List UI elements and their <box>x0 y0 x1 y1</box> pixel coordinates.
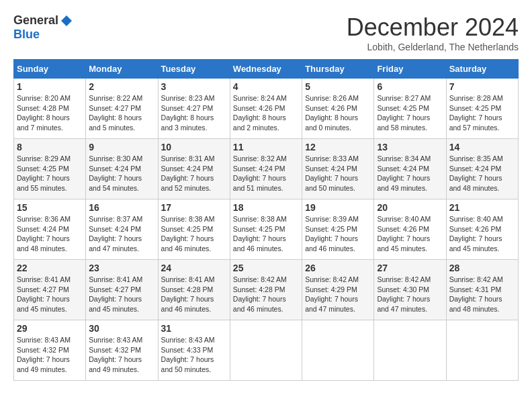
day-cell: 8 Sunrise: 8:29 AM Sunset: 4:25 PM Dayli… <box>14 139 86 199</box>
logo-general: General <box>13 13 58 28</box>
day-number: 5 <box>305 81 371 92</box>
day-info: Sunrise: 8:35 AM Sunset: 4:24 PM Dayligh… <box>449 154 515 193</box>
day-number: 12 <box>305 142 371 152</box>
day-cell: 19 Sunrise: 8:39 AM Sunset: 4:25 PM Dayl… <box>302 199 374 260</box>
day-number: 21 <box>449 202 515 213</box>
day-cell <box>230 320 302 381</box>
week-row-3: 15 Sunrise: 8:36 AM Sunset: 4:24 PM Dayl… <box>14 199 519 260</box>
day-number: 22 <box>17 263 83 273</box>
day-number: 3 <box>161 81 227 92</box>
day-number: 14 <box>449 142 515 152</box>
day-cell: 15 Sunrise: 8:36 AM Sunset: 4:24 PM Dayl… <box>14 199 86 260</box>
day-cell: 4 Sunrise: 8:24 AM Sunset: 4:26 PM Dayli… <box>230 79 302 139</box>
day-cell: 13 Sunrise: 8:34 AM Sunset: 4:24 PM Dayl… <box>374 139 446 199</box>
day-number: 13 <box>377 142 443 152</box>
page-header: General Blue December 2024 Lobith, Gelde… <box>13 13 519 52</box>
week-row-5: 29 Sunrise: 8:43 AM Sunset: 4:32 PM Dayl… <box>14 320 519 381</box>
day-number: 7 <box>449 81 515 92</box>
day-number: 8 <box>17 142 83 152</box>
day-info: Sunrise: 8:23 AM Sunset: 4:27 PM Dayligh… <box>161 93 227 133</box>
day-cell <box>446 320 518 381</box>
day-number: 28 <box>449 263 515 273</box>
day-number: 30 <box>89 323 154 334</box>
logo-blue: Blue <box>13 28 40 42</box>
day-cell: 1 Sunrise: 8:20 AM Sunset: 4:28 PM Dayli… <box>14 79 86 139</box>
day-info: Sunrise: 8:26 AM Sunset: 4:26 PM Dayligh… <box>305 93 371 133</box>
day-info: Sunrise: 8:20 AM Sunset: 4:28 PM Dayligh… <box>17 93 83 133</box>
day-cell: 7 Sunrise: 8:28 AM Sunset: 4:25 PM Dayli… <box>446 79 518 139</box>
day-cell: 18 Sunrise: 8:38 AM Sunset: 4:25 PM Dayl… <box>230 199 302 260</box>
day-cell: 29 Sunrise: 8:43 AM Sunset: 4:32 PM Dayl… <box>14 320 86 381</box>
header-wednesday: Wednesday <box>230 60 302 79</box>
day-info: Sunrise: 8:38 AM Sunset: 4:25 PM Dayligh… <box>161 214 227 254</box>
day-info: Sunrise: 8:28 AM Sunset: 4:25 PM Dayligh… <box>449 93 515 133</box>
day-cell: 23 Sunrise: 8:41 AM Sunset: 4:27 PM Dayl… <box>86 260 158 320</box>
day-number: 20 <box>377 202 443 213</box>
day-number: 2 <box>89 81 154 92</box>
logo: General Blue <box>13 13 73 42</box>
week-row-1: 1 Sunrise: 8:20 AM Sunset: 4:28 PM Dayli… <box>14 79 519 139</box>
day-info: Sunrise: 8:41 AM Sunset: 4:27 PM Dayligh… <box>89 275 154 314</box>
week-row-4: 22 Sunrise: 8:41 AM Sunset: 4:27 PM Dayl… <box>14 260 519 320</box>
day-info: Sunrise: 8:27 AM Sunset: 4:25 PM Dayligh… <box>377 93 443 133</box>
day-info: Sunrise: 8:36 AM Sunset: 4:24 PM Dayligh… <box>17 214 83 254</box>
day-number: 6 <box>377 81 443 92</box>
day-cell: 11 Sunrise: 8:32 AM Sunset: 4:24 PM Dayl… <box>230 139 302 199</box>
day-cell <box>302 320 374 381</box>
day-info: Sunrise: 8:41 AM Sunset: 4:27 PM Dayligh… <box>17 275 83 314</box>
day-info: Sunrise: 8:33 AM Sunset: 4:24 PM Dayligh… <box>305 154 371 193</box>
header-saturday: Saturday <box>446 60 518 79</box>
day-number: 27 <box>377 263 443 273</box>
location: Lobith, Gelderland, The Netherlands <box>347 42 519 52</box>
header-monday: Monday <box>86 60 158 79</box>
day-cell: 17 Sunrise: 8:38 AM Sunset: 4:25 PM Dayl… <box>158 199 230 260</box>
day-info: Sunrise: 8:29 AM Sunset: 4:25 PM Dayligh… <box>17 154 83 193</box>
day-number: 26 <box>305 263 371 273</box>
day-info: Sunrise: 8:37 AM Sunset: 4:24 PM Dayligh… <box>89 214 154 254</box>
day-info: Sunrise: 8:40 AM Sunset: 4:26 PM Dayligh… <box>449 214 515 254</box>
day-cell: 16 Sunrise: 8:37 AM Sunset: 4:24 PM Dayl… <box>86 199 158 260</box>
day-info: Sunrise: 8:41 AM Sunset: 4:28 PM Dayligh… <box>161 275 227 314</box>
day-cell <box>374 320 446 381</box>
day-number: 15 <box>17 202 83 213</box>
day-cell: 12 Sunrise: 8:33 AM Sunset: 4:24 PM Dayl… <box>302 139 374 199</box>
day-info: Sunrise: 8:43 AM Sunset: 4:32 PM Dayligh… <box>17 335 83 375</box>
day-number: 11 <box>233 142 299 152</box>
day-cell: 31 Sunrise: 8:43 AM Sunset: 4:33 PM Dayl… <box>158 320 230 381</box>
day-info: Sunrise: 8:38 AM Sunset: 4:25 PM Dayligh… <box>233 214 299 254</box>
day-info: Sunrise: 8:43 AM Sunset: 4:33 PM Dayligh… <box>161 335 227 375</box>
svg-marker-0 <box>61 15 72 26</box>
day-number: 9 <box>89 142 154 152</box>
day-info: Sunrise: 8:40 AM Sunset: 4:26 PM Dayligh… <box>377 214 443 254</box>
header-thursday: Thursday <box>302 60 374 79</box>
day-number: 4 <box>233 81 299 92</box>
day-cell: 22 Sunrise: 8:41 AM Sunset: 4:27 PM Dayl… <box>14 260 86 320</box>
logo-icon <box>60 14 73 28</box>
day-cell: 27 Sunrise: 8:42 AM Sunset: 4:30 PM Dayl… <box>374 260 446 320</box>
day-number: 17 <box>161 202 227 213</box>
calendar: SundayMondayTuesdayWednesdayThursdayFrid… <box>13 59 519 381</box>
day-info: Sunrise: 8:30 AM Sunset: 4:24 PM Dayligh… <box>89 154 154 193</box>
day-info: Sunrise: 8:31 AM Sunset: 4:24 PM Dayligh… <box>161 154 227 193</box>
day-number: 29 <box>17 323 83 334</box>
day-cell: 30 Sunrise: 8:43 AM Sunset: 4:32 PM Dayl… <box>86 320 158 381</box>
week-row-2: 8 Sunrise: 8:29 AM Sunset: 4:25 PM Dayli… <box>14 139 519 199</box>
day-number: 31 <box>161 323 227 334</box>
header-sunday: Sunday <box>14 60 86 79</box>
day-cell: 25 Sunrise: 8:42 AM Sunset: 4:28 PM Dayl… <box>230 260 302 320</box>
day-info: Sunrise: 8:43 AM Sunset: 4:32 PM Dayligh… <box>89 335 154 375</box>
day-cell: 14 Sunrise: 8:35 AM Sunset: 4:24 PM Dayl… <box>446 139 518 199</box>
header-tuesday: Tuesday <box>158 60 230 79</box>
day-number: 24 <box>161 263 227 273</box>
day-cell: 24 Sunrise: 8:41 AM Sunset: 4:28 PM Dayl… <box>158 260 230 320</box>
day-info: Sunrise: 8:34 AM Sunset: 4:24 PM Dayligh… <box>377 154 443 193</box>
day-cell: 6 Sunrise: 8:27 AM Sunset: 4:25 PM Dayli… <box>374 79 446 139</box>
day-number: 10 <box>161 142 227 152</box>
day-info: Sunrise: 8:42 AM Sunset: 4:31 PM Dayligh… <box>449 275 515 314</box>
calendar-header-row: SundayMondayTuesdayWednesdayThursdayFrid… <box>14 60 519 79</box>
day-number: 23 <box>89 263 154 273</box>
title-section: December 2024 Lobith, Gelderland, The Ne… <box>347 13 519 52</box>
day-info: Sunrise: 8:42 AM Sunset: 4:28 PM Dayligh… <box>233 275 299 314</box>
day-number: 1 <box>17 81 83 92</box>
day-cell: 20 Sunrise: 8:40 AM Sunset: 4:26 PM Dayl… <box>374 199 446 260</box>
